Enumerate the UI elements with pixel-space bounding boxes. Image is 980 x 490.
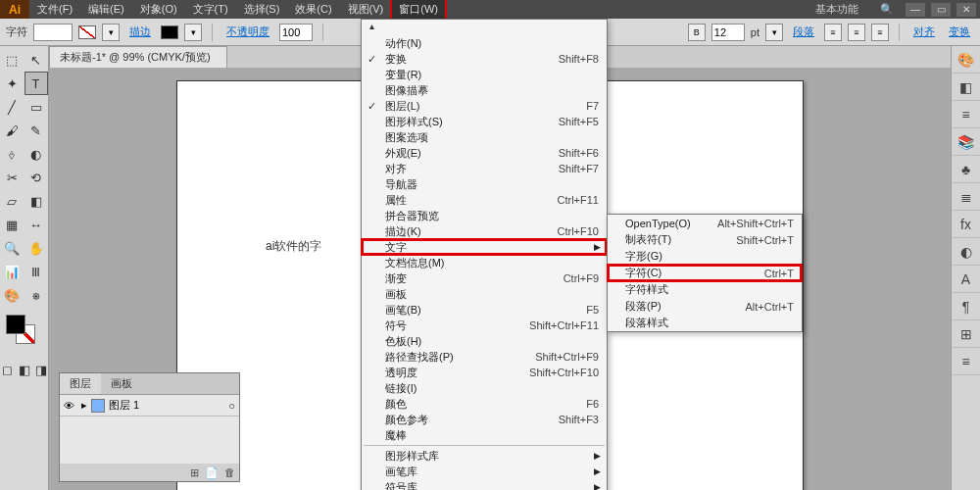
stroke-dropdown-icon[interactable]: ▾ bbox=[184, 24, 202, 41]
color-swatches[interactable] bbox=[0, 315, 48, 350]
opacity-input[interactable] bbox=[279, 24, 313, 41]
menu-选择[interactable]: 选择(S) bbox=[236, 0, 288, 20]
align-left-button[interactable]: ≡ bbox=[824, 24, 842, 41]
align-center-button[interactable]: ≡ bbox=[848, 24, 865, 41]
dock-icon-3[interactable]: 📚 bbox=[952, 128, 980, 156]
tool-9[interactable]: ◐ bbox=[24, 142, 48, 166]
menu-item[interactable]: 色板(H) bbox=[362, 333, 607, 349]
menu-item[interactable]: 图像描摹 bbox=[362, 82, 607, 98]
menu-item[interactable]: 变换Shift+F8 bbox=[362, 51, 607, 67]
tool-17[interactable]: ✋ bbox=[24, 236, 48, 260]
expand-icon[interactable]: ▸ bbox=[81, 399, 87, 412]
tool-8[interactable]: ⎀ bbox=[0, 142, 24, 166]
tab-layers[interactable]: 图层 bbox=[60, 373, 101, 394]
submenu-item[interactable]: 制表符(T)Shift+Ctrl+T bbox=[608, 231, 802, 248]
menu-文字[interactable]: 文字(T) bbox=[185, 0, 236, 20]
align-right-button[interactable]: ≡ bbox=[871, 24, 889, 41]
draw-mode-behind[interactable]: ◧ bbox=[17, 358, 31, 381]
workspace-selector[interactable]: 基本功能 bbox=[815, 2, 858, 17]
menu-对象[interactable]: 对象(O) bbox=[132, 0, 185, 20]
menu-item[interactable]: 图层(L)F7 bbox=[362, 98, 607, 114]
dock-icon-2[interactable]: ≡ bbox=[952, 101, 980, 128]
dock-icon-9[interactable]: ¶ bbox=[952, 293, 980, 320]
new-sublayer-icon[interactable]: ⊞ bbox=[190, 466, 199, 479]
tool-6[interactable]: 🖌 bbox=[0, 119, 24, 142]
menu-窗口[interactable]: 窗口(W) bbox=[391, 0, 446, 20]
search-icon[interactable]: 🔍 bbox=[874, 3, 900, 16]
menu-item[interactable]: 导航器 bbox=[362, 176, 607, 192]
menu-item[interactable]: 画板 bbox=[362, 286, 607, 302]
menu-item[interactable]: 图案选项 bbox=[362, 129, 607, 145]
tool-20[interactable]: 🎨 bbox=[0, 283, 24, 307]
tool-3[interactable]: T bbox=[24, 72, 48, 95]
submenu-item[interactable]: OpenType(O)Alt+Shift+Ctrl+T bbox=[608, 215, 802, 231]
dock-icon-4[interactable]: ♣ bbox=[952, 156, 980, 183]
new-layer-icon[interactable]: 📄 bbox=[205, 466, 219, 479]
menu-item[interactable]: 透明度Shift+Ctrl+F10 bbox=[362, 365, 607, 380]
tab-artboards[interactable]: 画板 bbox=[101, 373, 142, 394]
tool-4[interactable]: ╱ bbox=[0, 95, 24, 119]
layer-row[interactable]: 👁 ▸ 图层 1 ○ bbox=[60, 395, 239, 416]
close-button[interactable]: ✕ bbox=[956, 3, 976, 17]
menu-文件[interactable]: 文件(F) bbox=[29, 0, 80, 20]
menu-item[interactable]: 魔棒 bbox=[362, 427, 607, 443]
menu-item[interactable]: 描边(K)Ctrl+F10 bbox=[362, 223, 607, 239]
menu-视图[interactable]: 视图(V) bbox=[340, 0, 392, 20]
menu-效果[interactable]: 效果(C) bbox=[287, 0, 339, 20]
tool-10[interactable]: ✂ bbox=[0, 166, 24, 189]
document-tab[interactable]: 未标题-1* @ 99% (CMYK/预览) bbox=[49, 46, 227, 68]
menu-item[interactable]: 链接(I) bbox=[362, 380, 607, 396]
font-style-button[interactable]: B bbox=[688, 24, 706, 41]
size-dropdown-icon[interactable]: ▾ bbox=[765, 24, 783, 41]
dock-icon-0[interactable]: 🎨 bbox=[952, 46, 980, 74]
menu-item[interactable]: 颜色参考Shift+F3 bbox=[362, 412, 607, 427]
maximize-button[interactable]: ▭ bbox=[931, 3, 951, 17]
menu-scroll-up[interactable] bbox=[362, 20, 607, 35]
menu-item[interactable]: 图形样式库▶ bbox=[362, 448, 607, 464]
align-panel-link[interactable]: 对齐 bbox=[913, 24, 935, 39]
tool-19[interactable]: Ⅲ bbox=[24, 260, 48, 283]
dock-icon-1[interactable]: ◧ bbox=[952, 74, 980, 101]
opacity-link[interactable]: 不透明度 bbox=[226, 24, 270, 39]
stroke-link[interactable]: 描边 bbox=[129, 24, 151, 39]
submenu-item[interactable]: 段落(P)Alt+Ctrl+T bbox=[608, 298, 802, 315]
tool-0[interactable]: ⬚ bbox=[0, 48, 24, 72]
dock-icon-6[interactable]: fx bbox=[952, 211, 980, 238]
tool-7[interactable]: ✎ bbox=[24, 119, 48, 142]
submenu-item[interactable]: 字形(G) bbox=[608, 248, 802, 265]
stroke-swatch[interactable] bbox=[161, 25, 178, 39]
foreground-swatch[interactable] bbox=[6, 315, 25, 334]
tool-11[interactable]: ⟲ bbox=[24, 166, 48, 189]
menu-item[interactable]: 符号Shift+Ctrl+F11 bbox=[362, 318, 607, 333]
menu-item[interactable]: 图形样式(S)Shift+F5 bbox=[362, 114, 607, 129]
tool-1[interactable]: ↖ bbox=[24, 48, 48, 72]
menu-item[interactable]: 变量(R) bbox=[362, 67, 607, 82]
tool-21[interactable]: ⎈ bbox=[24, 283, 48, 307]
dock-icon-10[interactable]: ⊞ bbox=[952, 320, 980, 348]
menu-item[interactable]: 文字▶ bbox=[362, 239, 607, 255]
tool-15[interactable]: ↔ bbox=[24, 213, 48, 236]
font-size-input[interactable] bbox=[711, 24, 745, 41]
delete-layer-icon[interactable]: 🗑 bbox=[224, 466, 235, 478]
fill-swatch[interactable] bbox=[78, 25, 96, 39]
tool-2[interactable]: ✦ bbox=[0, 72, 24, 95]
submenu-item[interactable]: 字符(C)Ctrl+T bbox=[608, 265, 802, 281]
menu-item[interactable]: 颜色F6 bbox=[362, 396, 607, 412]
menu-item[interactable]: 画笔(B)F5 bbox=[362, 302, 607, 318]
submenu-item[interactable]: 字符样式 bbox=[608, 281, 802, 298]
dock-icon-8[interactable]: A bbox=[952, 266, 980, 293]
menu-item[interactable]: 拼合器预览 bbox=[362, 208, 607, 223]
tool-16[interactable]: 🔍 bbox=[0, 236, 24, 260]
dock-icon-7[interactable]: ◐ bbox=[952, 238, 980, 266]
tool-5[interactable]: ▭ bbox=[24, 95, 48, 119]
dock-icon-11[interactable]: ≡ bbox=[952, 348, 980, 375]
dock-icon-5[interactable]: ≣ bbox=[952, 183, 980, 211]
menu-item[interactable]: 路径查找器(P)Shift+Ctrl+F9 bbox=[362, 349, 607, 365]
draw-mode-normal[interactable]: ◻ bbox=[0, 358, 15, 381]
font-family-field[interactable] bbox=[33, 24, 73, 41]
target-icon[interactable]: ○ bbox=[228, 400, 235, 412]
menu-item[interactable]: 属性Ctrl+F11 bbox=[362, 192, 607, 208]
menu-item[interactable]: 外观(E)Shift+F6 bbox=[362, 145, 607, 161]
tool-13[interactable]: ◧ bbox=[24, 189, 48, 213]
menu-item[interactable]: 文档信息(M) bbox=[362, 255, 607, 270]
